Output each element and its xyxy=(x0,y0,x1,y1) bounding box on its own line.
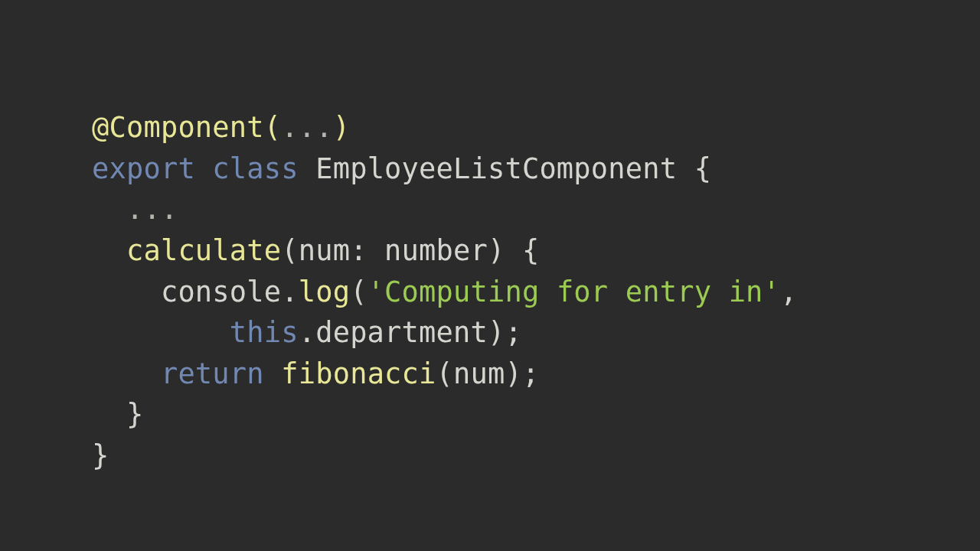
code-token: (num: number) { xyxy=(281,234,539,267)
code-token: return xyxy=(161,357,264,390)
code-token: ) xyxy=(333,111,350,144)
code-token: calculate xyxy=(126,234,281,267)
code-token: ... xyxy=(281,111,332,144)
code-token: export xyxy=(92,152,195,185)
code-token xyxy=(92,357,161,390)
code-token: fibonacci xyxy=(281,357,436,390)
code-token: } xyxy=(92,398,143,431)
code-token: @Component( xyxy=(92,111,281,144)
code-token: class xyxy=(212,152,298,185)
code-token: console. xyxy=(92,276,299,308)
code-token: ... xyxy=(126,193,178,226)
code-token: (num); xyxy=(436,357,540,390)
code-token xyxy=(92,316,230,349)
code-token: } xyxy=(92,439,109,472)
code-token: this xyxy=(230,316,299,349)
code-token xyxy=(92,193,126,226)
code-token: EmployeeListComponent { xyxy=(299,152,711,185)
code-token xyxy=(195,152,212,185)
code-token: , xyxy=(780,276,797,308)
code-token: log xyxy=(299,276,350,308)
code-token: ( xyxy=(350,276,367,308)
code-token xyxy=(264,357,281,390)
code-token: .department); xyxy=(299,316,522,349)
code-block: @Component(...) export class EmployeeLis… xyxy=(0,0,980,477)
code-token xyxy=(92,234,126,267)
code-token: 'Computing for entry in' xyxy=(368,276,780,308)
